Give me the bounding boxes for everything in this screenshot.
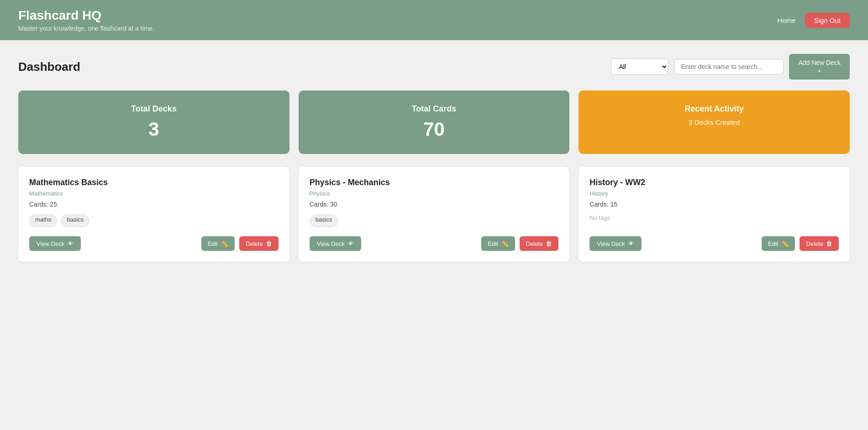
dashboard-controls: All Mathematics Physics History Add New … (611, 54, 850, 80)
delete-deck-button[interactable]: Delete 🗑 (520, 236, 559, 251)
delete-label: Delete (806, 240, 823, 247)
total-cards-label: Total Cards (308, 104, 561, 114)
tag: basics (61, 214, 89, 227)
view-icon: 👁 (628, 240, 634, 247)
app-title: Flashcard HQ (18, 8, 154, 23)
view-icon: 👁 (347, 240, 354, 247)
view-deck-button[interactable]: View Deck 👁 (310, 236, 361, 251)
tag: basics (310, 214, 338, 227)
recent-activity-sub: 3 Decks Created (588, 118, 841, 126)
deck-actions: View Deck 👁 Edit ✏️ Delete 🗑 (589, 236, 839, 251)
eye-icon: View Deck (37, 240, 64, 247)
home-link[interactable]: Home (778, 16, 796, 24)
deck-cards: Cards: 15 (589, 201, 839, 208)
view-deck-button[interactable]: View Deck 👁 (589, 236, 641, 251)
deck-name: Mathematics Basics (29, 178, 279, 187)
stats-row: Total Decks 3 Total Cards 70 Recent Acti… (18, 90, 850, 154)
total-decks-card: Total Decks 3 (18, 90, 289, 154)
total-decks-value: 3 (27, 118, 280, 140)
deck-card: Mathematics Basics Mathematics Cards: 25… (18, 167, 289, 262)
header: Flashcard HQ Master your knowledge, one … (0, 0, 868, 40)
trash-icon: 🗑 (826, 240, 832, 247)
recent-activity-card: Recent Activity 3 Decks Created (579, 90, 850, 154)
app-subtitle: Master your knowledge, one flashcard at … (18, 25, 154, 32)
delete-label: Delete (526, 240, 543, 247)
deck-category: History (589, 190, 839, 197)
deck-card: History - WW2 History Cards: 15 No tags … (579, 167, 850, 262)
main-content: Dashboard All Mathematics Physics Histor… (0, 40, 868, 276)
edit-deck-button[interactable]: Edit ✏️ (201, 236, 235, 251)
deck-category: Mathematics (29, 190, 279, 197)
deck-category: Physics (310, 190, 559, 197)
deck-name: History - WW2 (589, 178, 839, 187)
total-cards-value: 70 (308, 118, 561, 140)
filter-select[interactable]: All Mathematics Physics History (611, 58, 668, 75)
brand: Flashcard HQ Master your knowledge, one … (18, 8, 154, 32)
decks-grid: Mathematics Basics Mathematics Cards: 25… (18, 167, 850, 262)
pencil-icon: ✏️ (501, 240, 509, 247)
deck-actions: View Deck 👁 Edit ✏️ Delete 🗑 (310, 236, 559, 251)
eye-icon: View Deck (317, 240, 345, 247)
delete-deck-button[interactable]: Delete 🗑 (239, 236, 279, 251)
deck-cards: Cards: 30 (310, 201, 559, 208)
total-cards-card: Total Cards 70 (299, 90, 570, 154)
edit-deck-button[interactable]: Edit ✏️ (481, 236, 515, 251)
trash-icon: 🗑 (266, 240, 272, 247)
delete-label: Delete (246, 240, 263, 247)
total-decks-label: Total Decks (27, 104, 280, 114)
trash-icon: 🗑 (546, 240, 552, 247)
recent-activity-label: Recent Activity (588, 104, 841, 114)
add-deck-button[interactable]: Add New Deck + (789, 54, 850, 80)
deck-actions: View Deck 👁 Edit ✏️ Delete 🗑 (29, 236, 279, 251)
header-nav: Home Sign Out (778, 13, 850, 28)
pencil-icon: ✏️ (781, 240, 789, 247)
edit-label: Edit (208, 240, 218, 247)
sign-out-button[interactable]: Sign Out (805, 13, 850, 28)
no-tags-label: No tags (589, 214, 839, 227)
edit-label: Edit (488, 240, 498, 247)
deck-tags: mathsbasics (29, 214, 279, 227)
dashboard-title: Dashboard (18, 60, 80, 74)
deck-cards: Cards: 25 (29, 201, 279, 208)
edit-label: Edit (768, 240, 778, 247)
pencil-icon: ✏️ (221, 240, 228, 247)
tag: maths (29, 214, 57, 227)
view-deck-button[interactable]: View Deck 👁 (29, 236, 81, 251)
view-icon: 👁 (67, 240, 74, 247)
deck-card: Physics - Mechanics Physics Cards: 30 ba… (299, 167, 570, 262)
deck-tags: basics (310, 214, 559, 227)
eye-icon: View Deck (597, 240, 625, 247)
edit-deck-button[interactable]: Edit ✏️ (762, 236, 795, 251)
delete-deck-button[interactable]: Delete 🗑 (800, 236, 839, 251)
deck-name: Physics - Mechanics (310, 178, 559, 187)
search-input[interactable] (674, 59, 784, 74)
dashboard-header: Dashboard All Mathematics Physics Histor… (18, 54, 850, 80)
